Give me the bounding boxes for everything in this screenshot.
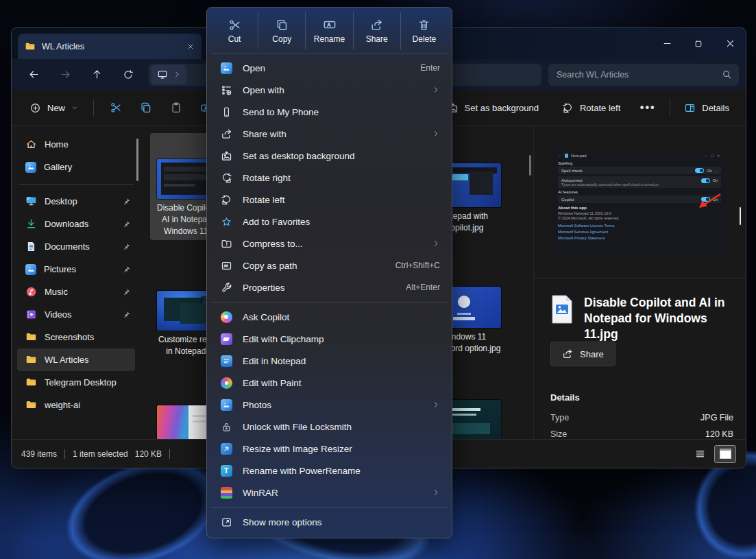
rotate-left-button[interactable]: Rotate left [555,96,627,119]
context-menu-item-photos[interactable]: Photos [210,394,449,416]
sidebar-item-telegram-desktop[interactable]: Telegram Desktop [17,371,135,394]
forward-button[interactable] [50,63,80,86]
red-annotation-arrow [690,192,722,213]
context-menu-item-open[interactable]: Open Enter [210,57,449,79]
sidebar-item-videos[interactable]: Videos [17,303,135,326]
menu-item-label: Edit in Notepad [243,356,440,366]
divider [64,449,65,459]
minimize-button[interactable] [651,28,683,59]
menu-item-label: Share with [243,129,425,139]
details-label: Details [702,103,729,113]
context-menu-item-show-more-options[interactable]: Show more options [210,511,449,533]
sidebar-item-downloads[interactable]: Downloads [17,213,135,235]
preview-image: ←Notepad– □ × Spelling Spell checkOn⌄ Au… [537,141,742,265]
context-menu-item-winrar[interactable]: WinRAR [210,481,449,503]
image-resizer-icon [221,443,232,455]
new-button[interactable]: New [21,96,86,119]
menu-item-label: Compress to... [243,239,425,249]
sidebar-divider [19,184,134,185]
refresh-button[interactable] [113,63,143,86]
context-menu-item-edit-with-paint[interactable]: Edit with Paint [210,372,449,394]
chevron-right-icon [432,130,440,138]
cut-toolbar-button[interactable] [101,96,131,119]
share-button[interactable]: Share [354,12,401,49]
share-label: Share [580,349,604,359]
set-as-background-button[interactable]: Set as background [440,96,546,119]
breadcrumb[interactable] [151,65,186,84]
sidebar-item-home[interactable]: Home [17,133,135,156]
large-icons-view-button[interactable] [714,445,736,463]
paste-toolbar-button[interactable] [161,96,191,119]
sidebar-item-label: Home [45,139,131,150]
file-grid-scrollbar[interactable] [529,155,531,176]
copy-toolbar-button[interactable] [131,96,161,119]
context-menu-item-edit-in-notepad[interactable]: Edit in Notepad [210,350,449,372]
desktop-wallpaper: { "titlebar": { "tab_label": "WL Article… [0,0,756,559]
up-button[interactable] [82,63,112,86]
divider [670,99,670,116]
context-menu-item-set-as-desktop-background[interactable]: Set as desktop background [210,145,449,167]
selected-file-name: Disable Copilot and AI in Notepad for Wi… [584,295,740,342]
menu-item-label: Unlock with File Locksmith [243,422,440,432]
close-button[interactable] [714,28,746,59]
context-menu-item-rename-with-powerrename[interactable]: T Rename with PowerRename [210,460,449,481]
sidebar-item-documents[interactable]: Documents [17,235,135,258]
context-menu-item-rotate-left[interactable]: Rotate left [210,189,449,211]
menu-item-label: Copy as path [243,261,389,271]
context-menu-item-open-with[interactable]: Open with [210,79,449,101]
clipchamp-icon [221,333,232,345]
selection-count: 1 item selected [73,449,128,459]
context-menu-item-share-with[interactable]: Share with [210,123,449,145]
pin-icon [122,310,131,319]
home-icon [25,139,37,150]
details-toggle-button[interactable]: Details [677,96,736,119]
rename-button[interactable]: Rename [306,12,353,49]
context-menu-item-add-to-favorites[interactable]: Add to Favorites [210,211,449,233]
context-menu-item-properties[interactable]: Properties Alt+Enter [210,276,449,298]
list-view-icon [695,449,705,459]
documents-icon [25,241,37,252]
rotate-right-icon [221,172,232,184]
cut-button[interactable]: Cut [211,12,258,49]
sidebar: Home Gallery Desktop Downloads Documents [12,126,139,440]
context-menu-item-rotate-right[interactable]: Rotate right [210,167,449,189]
menu-separator [211,53,448,53]
sidebar-item-music[interactable]: Music [17,281,135,303]
rotate-left-label: Rotate left [580,103,620,113]
sidebar-item-screenshots[interactable]: Screenshots [17,326,135,348]
copy-button[interactable]: Copy [258,12,306,49]
sidebar-scrollbar[interactable] [136,139,138,181]
menu-item-label: Properties [243,283,399,293]
tab-close-icon[interactable] [186,43,195,51]
pane-divider [534,278,746,278]
menu-item-label: Edit with Clipchamp [243,334,440,344]
rotate-left-icon [562,102,574,114]
context-menu-item-send-to-my-phone[interactable]: Send to My Phone [210,101,449,123]
context-menu-item-edit-with-clipchamp[interactable]: Edit with Clipchamp [210,328,449,350]
folder-icon [25,354,37,366]
sidebar-item-wl-articles[interactable]: WL Articles [17,348,135,371]
share-button[interactable]: Share [550,342,615,366]
tab-wl-articles[interactable]: WL Articles [18,34,202,59]
context-menu-item-resize-with-image-resizer[interactable]: Resize with Image Resizer [210,438,449,460]
sidebar-item-gallery[interactable]: Gallery [17,156,135,178]
context-menu-item-copy-as-path[interactable]: Copy as path Ctrl+Shift+C [210,254,449,276]
sidebar-item-pictures[interactable]: Pictures [17,258,135,281]
context-menu-item-ask-copilot[interactable]: Ask Copilot [210,306,449,328]
sidebar-item-label: Telegram Desktop [45,377,131,388]
context-menu-item-compress-to[interactable]: Compress to... [210,233,449,254]
phone-icon [221,106,232,118]
desktop-icon [25,195,37,207]
search-icon [722,69,732,80]
delete-button[interactable]: Delete [401,12,448,49]
sidebar-item-desktop[interactable]: Desktop [17,190,135,213]
details-view-button[interactable] [690,446,710,462]
more-options-button[interactable]: ••• [633,96,663,119]
context-menu-item-unlock-with-file-locksmith[interactable]: Unlock with File Locksmith [210,416,449,438]
paint-icon [221,377,232,389]
search-input[interactable] [548,64,739,86]
back-button[interactable] [19,63,49,86]
maximize-button[interactable] [683,28,714,59]
sidebar-item-weight-ai[interactable]: weight-ai [17,394,135,416]
desktop-background-icon [221,150,232,162]
